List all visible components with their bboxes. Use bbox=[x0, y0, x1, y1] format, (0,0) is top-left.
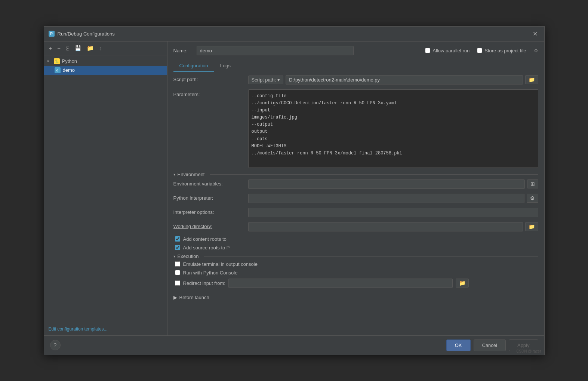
execution-section-header[interactable]: ▾ Execution bbox=[173, 254, 538, 259]
interpreter-options-control bbox=[248, 208, 538, 217]
env-variables-control: ⊞ bbox=[248, 179, 538, 189]
emulate-terminal-checkbox[interactable] bbox=[175, 261, 180, 267]
demo-icon: d bbox=[55, 67, 61, 73]
working-directory-input[interactable] bbox=[248, 222, 523, 231]
parameters-label-text: Parameters: bbox=[173, 92, 200, 97]
before-launch-header[interactable]: ▶ Before launch bbox=[173, 292, 538, 302]
copy-config-button[interactable]: ⎘ bbox=[64, 44, 71, 52]
help-button[interactable]: ? bbox=[50, 340, 61, 350]
dialog-title: Run/Debug Configurations bbox=[58, 31, 115, 37]
redirect-input-row: Redirect input from: 📁 bbox=[173, 279, 538, 288]
execution-chevron-icon: ▾ bbox=[173, 254, 175, 258]
save-config-button[interactable]: 💾 bbox=[73, 44, 83, 53]
script-path-dropdown[interactable]: Script path: ▾ bbox=[248, 76, 284, 84]
env-variables-row: Environment variables: ⊞ bbox=[173, 179, 538, 190]
edit-templates-link[interactable]: Edit configuration templates... bbox=[49, 326, 108, 332]
tree-label-demo: demo bbox=[63, 67, 75, 73]
name-input[interactable] bbox=[197, 46, 354, 55]
script-path-control: Script path: ▾ 📁 bbox=[248, 75, 538, 85]
header-checkboxes: Allow parallel run Store as project file… bbox=[425, 48, 538, 53]
name-label: Name: bbox=[173, 48, 192, 53]
env-variables-input[interactable] bbox=[248, 179, 525, 189]
add-source-roots-checkbox[interactable] bbox=[175, 245, 180, 250]
app-icon: P bbox=[49, 31, 55, 37]
tab-logs[interactable]: Logs bbox=[214, 60, 237, 72]
execution-divider bbox=[204, 256, 538, 256]
ok-button[interactable]: OK bbox=[446, 339, 471, 351]
working-directory-folder-button[interactable]: 📁 bbox=[525, 222, 538, 231]
tab-configuration[interactable]: Configuration bbox=[173, 60, 214, 72]
allow-parallel-label: Allow parallel run bbox=[432, 48, 470, 53]
environment-chevron-icon: ▾ bbox=[173, 172, 175, 176]
emulate-terminal-label: Emulate terminal in output console bbox=[183, 261, 258, 267]
close-button[interactable]: ✕ bbox=[530, 30, 540, 38]
tree-item-python[interactable]: ▾ 🐍 Python bbox=[44, 57, 167, 66]
tree-item-demo[interactable]: d demo bbox=[44, 66, 167, 75]
title-bar: P Run/Debug Configurations ✕ bbox=[44, 27, 544, 42]
store-project-checkbox[interactable] bbox=[477, 48, 482, 53]
store-project-label: Store as project file bbox=[484, 48, 526, 53]
dropdown-text: Script path: bbox=[252, 77, 276, 83]
add-content-roots-checkbox[interactable] bbox=[175, 236, 180, 242]
interpreter-options-input[interactable] bbox=[248, 208, 538, 217]
python-interpreter-input[interactable] bbox=[248, 194, 524, 203]
watermark: CSDN @iracer bbox=[516, 349, 541, 353]
name-row: Name: Allow parallel run Store as projec… bbox=[173, 46, 538, 55]
working-directory-row: Working directory: 📁 bbox=[173, 222, 538, 233]
parameters-row: Parameters: --config-file ../configs/COC… bbox=[173, 89, 538, 168]
script-path-label: Script path: bbox=[173, 75, 248, 82]
add-source-roots-label: Add source roots to P bbox=[183, 245, 230, 251]
environment-divider bbox=[210, 174, 538, 175]
add-config-button[interactable]: + bbox=[47, 44, 54, 52]
emulate-terminal-row: Emulate terminal in output console bbox=[173, 261, 538, 267]
allow-parallel-checkbox[interactable] bbox=[425, 48, 430, 53]
parameters-control: --config-file ../configs/COCO-Detection/… bbox=[248, 89, 538, 168]
tree-area: ▾ 🐍 Python d demo bbox=[44, 55, 167, 322]
python-interpreter-label: Python interpreter: bbox=[173, 194, 248, 201]
sort-config-button[interactable]: ↕ bbox=[97, 44, 104, 52]
env-variables-label-text: Environment variables: bbox=[173, 181, 223, 187]
run-python-console-row: Run with Python Console bbox=[173, 270, 538, 276]
add-source-roots-row: Add source roots to P bbox=[173, 245, 538, 251]
python-interpreter-label-text: Python interpreter: bbox=[173, 195, 213, 201]
config-area: Script path: Script path: ▾ 📁 Parame bbox=[173, 72, 538, 335]
env-variables-expand-button[interactable]: ⊞ bbox=[527, 179, 538, 188]
tree-label-python: Python bbox=[62, 58, 77, 64]
environment-label: Environment bbox=[178, 172, 205, 177]
parameters-label: Parameters: bbox=[173, 89, 248, 97]
remove-config-button[interactable]: − bbox=[55, 44, 62, 52]
script-path-label-text: Script path: bbox=[173, 77, 198, 82]
redirect-input-folder-button[interactable]: 📁 bbox=[456, 279, 469, 288]
env-variables-label: Environment variables: bbox=[173, 179, 248, 187]
allow-parallel-checkbox-item[interactable]: Allow parallel run bbox=[425, 48, 470, 53]
python-interpreter-row: Python interpreter: ⚙ bbox=[173, 194, 538, 204]
folder-config-button[interactable]: 📁 bbox=[85, 44, 96, 53]
dialog-footer: ? OK Cancel Apply bbox=[44, 335, 544, 355]
working-directory-control: 📁 bbox=[248, 222, 538, 231]
redirect-input-label: Redirect input from: bbox=[183, 280, 225, 286]
gear-icon[interactable]: ⚙ bbox=[534, 48, 538, 53]
tree-chevron-python: ▾ bbox=[47, 59, 52, 63]
redirect-input-field[interactable] bbox=[228, 279, 453, 288]
cancel-button[interactable]: Cancel bbox=[474, 339, 506, 351]
interpreter-options-row: Interpreter options: bbox=[173, 208, 538, 218]
title-bar-left: P Run/Debug Configurations bbox=[49, 31, 115, 37]
before-launch-chevron-icon: ▶ bbox=[173, 295, 177, 300]
python-interpreter-button[interactable]: ⚙ bbox=[527, 194, 538, 203]
python-icon: 🐍 bbox=[54, 58, 60, 64]
script-path-folder-button[interactable]: 📁 bbox=[525, 75, 538, 84]
add-content-roots-label: Add content roots to bbox=[183, 236, 227, 242]
working-directory-label-text: Working directory: bbox=[173, 224, 213, 229]
redirect-input-checkbox[interactable] bbox=[175, 280, 180, 286]
environment-section-header[interactable]: ▾ Environment bbox=[173, 172, 538, 177]
bottom-link-area: Edit configuration templates... bbox=[44, 322, 167, 335]
parameters-textarea[interactable]: --config-file ../configs/COCO-Detection/… bbox=[248, 89, 538, 168]
tabs: Configuration Logs bbox=[173, 60, 538, 72]
run-python-console-checkbox[interactable] bbox=[175, 270, 180, 275]
left-panel: + − ⎘ 💾 📁 ↕ ▾ 🐍 Python d demo Edit bbox=[44, 42, 167, 335]
store-project-checkbox-item[interactable]: Store as project file bbox=[477, 48, 526, 53]
script-path-input[interactable] bbox=[286, 75, 523, 85]
interpreter-options-label: Interpreter options: bbox=[173, 208, 248, 215]
main-content: + − ⎘ 💾 📁 ↕ ▾ 🐍 Python d demo Edit bbox=[44, 42, 544, 335]
run-debug-dialog: P Run/Debug Configurations ✕ + − ⎘ 💾 📁 ↕… bbox=[44, 26, 545, 355]
